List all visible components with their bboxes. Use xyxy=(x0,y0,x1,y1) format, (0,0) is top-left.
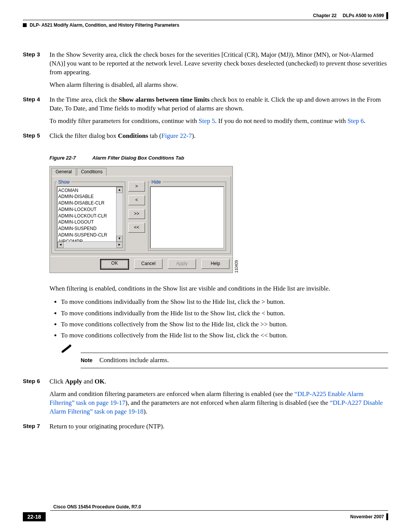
figure-number: Figure 22-7 xyxy=(49,155,76,161)
list-item[interactable]: ADMIN-DISABLE xyxy=(58,193,122,200)
header-subhead: DLP- A521 Modify Alarm, Condition, and H… xyxy=(30,22,179,28)
page-content: Step 3 In the Show Severity area, click … xyxy=(23,51,388,435)
note-pencil-icon xyxy=(61,344,72,353)
step-6-para-2: Alarm and condition filtering parameters… xyxy=(49,390,388,416)
show-group: Show ACOMAN ADMIN-DISABLE ADMIN-DISABLE-… xyxy=(55,179,125,251)
scroll-right-icon[interactable]: ► xyxy=(116,242,123,248)
alarm-filter-dialog: General Conditions Show ACOMAN ADMIN-DIS… xyxy=(49,166,233,273)
link-figure-22-7[interactable]: Figure 22-7 xyxy=(161,132,192,139)
step-5-para-1: Click the filter dialog box Conditions t… xyxy=(49,132,388,141)
note: Note Conditions include alarms. xyxy=(61,344,388,368)
show-legend: Show xyxy=(57,179,71,185)
header-rule xyxy=(23,20,388,20)
list-item[interactable]: ADMIN-LOGOUT xyxy=(58,219,122,225)
step-3: Step 3 In the Show Severity area, click … xyxy=(23,51,388,93)
header-square-icon xyxy=(23,23,27,27)
post-figure: When filtering is enabled, conditions in… xyxy=(23,284,388,375)
hide-group: Hide xyxy=(148,179,226,251)
running-header: Chapter 22 DLPs A500 to A599 DLP- A521 M… xyxy=(23,12,388,28)
link-step-5[interactable]: Step 5 xyxy=(199,117,215,125)
header-section: DLPs A500 to A599 xyxy=(343,13,384,18)
step-6-label: Step 6 xyxy=(23,377,49,420)
step-5-label: Step 5 xyxy=(23,132,49,144)
figure-title: Alarm Filter Dialog Box Conditions Tab xyxy=(92,155,184,161)
step-7: Step 7 Return to your originating proced… xyxy=(23,422,388,435)
step-3-para-2: When alarm filtering is disabled, all al… xyxy=(49,81,388,89)
cancel-button[interactable]: Cancel xyxy=(134,259,162,269)
bullet-list: To move conditions individually from the… xyxy=(49,297,388,340)
note-label: Note xyxy=(81,357,92,364)
step-4-para-1: In the Time area, click the Show alarms … xyxy=(49,96,388,113)
move-buttons: > < >> << xyxy=(128,182,145,251)
figure-id: 110409 xyxy=(234,259,239,273)
figure-caption: Figure 22-7 Alarm Filter Dialog Box Cond… xyxy=(49,155,388,161)
list-item[interactable]: ADMIN-DISABLE-CLR xyxy=(58,200,122,206)
header-chapter: Chapter 22 xyxy=(313,13,336,18)
tab-general[interactable]: General xyxy=(51,168,76,176)
scrollbar-horizontal[interactable]: ◄ ► xyxy=(57,241,123,248)
help-button[interactable]: Help xyxy=(201,259,229,269)
step-4-label: Step 4 xyxy=(23,96,49,129)
step-3-para-1: In the Show Severity area, click the che… xyxy=(49,51,388,77)
list-item[interactable]: ADMIN-SUSPEND-CLR xyxy=(58,232,122,238)
move-all-left-button[interactable]: << xyxy=(128,223,145,233)
scrollbar-vertical[interactable]: ▲ ▼ xyxy=(116,187,123,242)
footer-guide-title: Cisco ONS 15454 Procedure Guide, R7.0 xyxy=(23,504,141,510)
move-right-button[interactable]: > xyxy=(128,182,145,192)
scroll-down-icon[interactable]: ▼ xyxy=(116,236,123,242)
step-4: Step 4 In the Time area, click the Show … xyxy=(23,96,388,129)
show-listbox[interactable]: ACOMAN ADMIN-DISABLE ADMIN-DISABLE-CLR A… xyxy=(57,186,123,249)
step-7-label: Step 7 xyxy=(23,422,49,435)
list-item[interactable]: ADMIN-LOCKOUT-CLR xyxy=(58,213,122,219)
bullet-item: To move conditions collectively from the… xyxy=(61,319,388,329)
list-item[interactable]: ADMIN-LOCKOUT xyxy=(58,206,122,213)
list-item[interactable]: ACOMAN xyxy=(58,187,122,194)
link-step-6[interactable]: Step 6 xyxy=(347,117,364,125)
apply-button[interactable]: Apply xyxy=(168,259,196,269)
bullet-item: To move conditions individually from the… xyxy=(61,308,388,318)
svg-marker-0 xyxy=(62,346,70,353)
dialog-tabs: General Conditions xyxy=(50,166,233,176)
ok-button[interactable]: OK xyxy=(100,259,129,270)
step-5: Step 5 Click the filter dialog box Condi… xyxy=(23,132,388,144)
hide-listbox[interactable] xyxy=(150,186,224,249)
post-figure-para: When filtering is enabled, conditions in… xyxy=(49,284,388,293)
scroll-left-icon[interactable]: ◄ xyxy=(57,242,64,248)
move-left-button[interactable]: < xyxy=(128,195,145,205)
step-4-para-2: To modify filter parameters for conditio… xyxy=(49,117,388,126)
step-6-para-1: Click Apply and OK. xyxy=(49,377,388,386)
footer-rule xyxy=(50,510,388,511)
scroll-up-icon[interactable]: ▲ xyxy=(116,187,123,193)
header-end-bar xyxy=(386,12,388,19)
list-item[interactable]: ADMIN-SUSPEND xyxy=(58,225,122,232)
dialog-button-row: OK Cancel Apply Help xyxy=(50,256,233,273)
bullet-item: To move conditions individually from the… xyxy=(61,297,388,307)
page-footer: Cisco ONS 15454 Procedure Guide, R7.0 22… xyxy=(23,504,388,521)
hide-legend: Hide xyxy=(150,179,162,185)
tab-conditions[interactable]: Conditions xyxy=(77,168,107,176)
footer-end-bar xyxy=(386,513,388,520)
bullet-item: To move conditions collectively from the… xyxy=(61,330,388,340)
page-number: 22-18 xyxy=(23,512,46,521)
step-6: Step 6 Click Apply and OK. Alarm and con… xyxy=(23,377,388,420)
note-text: Conditions include alarms. xyxy=(99,356,169,365)
footer-date: November 2007 xyxy=(350,514,384,519)
figure-22-7: General Conditions Show ACOMAN ADMIN-DIS… xyxy=(49,166,388,273)
move-all-right-button[interactable]: >> xyxy=(128,209,145,219)
step-3-label: Step 3 xyxy=(23,51,49,93)
step-7-para-1: Return to your originating procedure (NT… xyxy=(49,422,388,431)
